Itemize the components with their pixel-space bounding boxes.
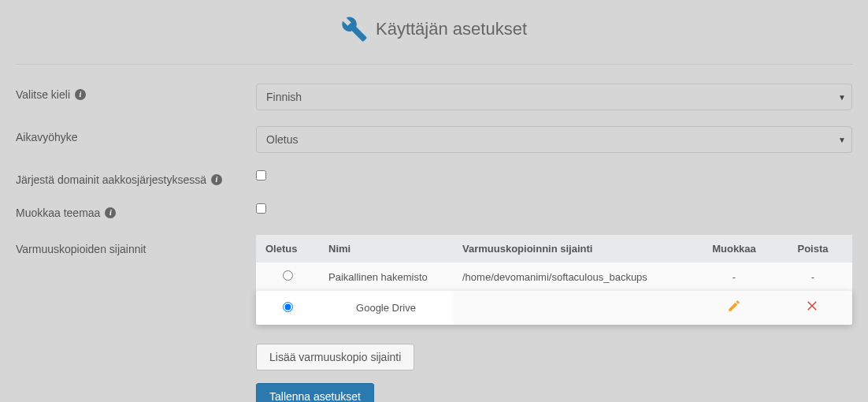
backup-location [453, 291, 695, 325]
language-label: Valitse kieli [16, 88, 70, 101]
info-icon[interactable]: i [211, 174, 222, 185]
wrench-icon [341, 16, 368, 43]
language-select[interactable]: Finnish [256, 84, 852, 110]
backup-edit: - [695, 262, 773, 291]
row-language: Valitse kieli i Finnish ▼ [16, 84, 852, 110]
add-backup-location-button[interactable]: Lisää varmuuskopio sijainti [256, 344, 414, 370]
edit-theme-checkbox[interactable] [256, 203, 266, 214]
th-location: Varmuuskopioinnin sijainti [453, 235, 695, 262]
timezone-select[interactable]: Oletus [256, 126, 852, 153]
backup-name: Google Drive [319, 291, 453, 325]
sort-domains-checkbox[interactable] [256, 170, 266, 181]
th-delete: Poista [773, 235, 852, 262]
th-name: Nimi [319, 235, 453, 262]
backup-locations-table: Oletus Nimi Varmuuskopioinnin sijainti M… [256, 235, 852, 325]
table-row: Google Drive [256, 291, 852, 325]
close-icon[interactable] [806, 300, 820, 316]
row-backup-locations: Varmuuskopioiden sijainnit Oletus Nimi V… [16, 235, 852, 402]
info-icon[interactable]: i [105, 207, 116, 218]
backup-default-radio[interactable] [283, 302, 293, 312]
backup-location: /home/devomanimi/softaculous_backups [453, 262, 695, 291]
save-settings-button[interactable]: Tallenna asetukset [256, 383, 374, 402]
backup-default-radio[interactable] [283, 270, 293, 281]
th-default: Oletus [256, 235, 319, 262]
sort-domains-label: Järjestä domainit aakkosjärjestyksessä [16, 173, 206, 186]
edit-theme-label: Muokkaa teemaa [16, 207, 100, 219]
row-edit-theme: Muokkaa teemaa i [16, 202, 852, 219]
backup-delete: - [773, 262, 852, 291]
page-header: Käyttäjän asetukset [16, 0, 852, 65]
row-sort-domains: Järjestä domainit aakkosjärjestyksessä i [16, 169, 852, 186]
page-title: Käyttäjän asetukset [376, 19, 527, 39]
info-icon[interactable]: i [75, 89, 86, 100]
timezone-label: Aikavyöhyke [16, 131, 78, 143]
table-row: Paikallinen hakemisto /home/devomanimi/s… [256, 262, 852, 291]
th-edit: Muokkaa [695, 235, 773, 262]
backup-locations-label: Varmuuskopioiden sijainnit [16, 243, 147, 255]
backup-name: Paikallinen hakemisto [319, 262, 453, 291]
row-timezone: Aikavyöhyke Oletus ▼ [16, 126, 852, 153]
pencil-icon[interactable] [727, 300, 741, 316]
